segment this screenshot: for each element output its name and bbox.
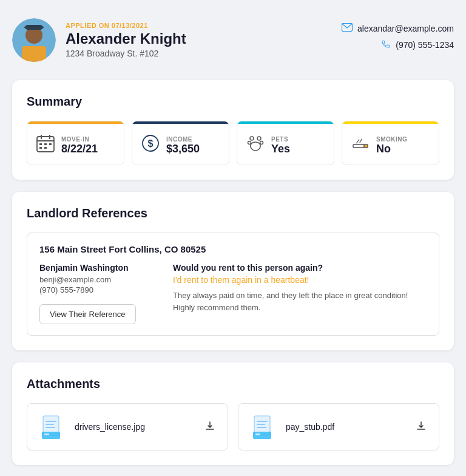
svg-rect-4 bbox=[25, 25, 42, 30]
summary-smoking: SMOKING No bbox=[342, 121, 439, 165]
reference-question: Would you rent to this person again? bbox=[173, 263, 427, 273]
attachment-pay-stub[interactable]: pay_stub.pdf bbox=[238, 403, 439, 450]
svg-text:$: $ bbox=[148, 138, 154, 149]
svg-point-19 bbox=[248, 141, 251, 144]
svg-rect-1 bbox=[22, 46, 46, 62]
landlord-references-title: Landlord References bbox=[27, 206, 439, 220]
file-icon-wrapper-2 bbox=[251, 413, 277, 440]
income-value: $3,650 bbox=[166, 143, 200, 155]
svg-rect-11 bbox=[44, 143, 47, 145]
applied-date: APPLIED ON 07/13/2021 bbox=[66, 22, 186, 29]
phone-value: (970) 555-1234 bbox=[396, 40, 454, 50]
landlord-references-card: Landlord References 156 Main Street Fort… bbox=[12, 192, 454, 350]
reference-comment: They always paid on time, and they left … bbox=[173, 290, 427, 313]
summary-card: Summary bbox=[12, 80, 454, 180]
smoking-icon bbox=[351, 134, 370, 157]
svg-rect-27 bbox=[42, 432, 60, 439]
view-reference-button[interactable]: View Their Reference bbox=[39, 304, 136, 324]
email-icon bbox=[342, 23, 353, 34]
attachments-card: Attachments drivers_li bbox=[12, 362, 454, 465]
attachments-grid: drivers_license.jpg bbox=[27, 403, 439, 450]
svg-rect-25 bbox=[46, 424, 54, 425]
svg-rect-22 bbox=[364, 144, 368, 148]
email-value: alexandar@example.com bbox=[357, 24, 454, 33]
phone-icon bbox=[381, 39, 391, 51]
attachment-drivers-license[interactable]: drivers_license.jpg bbox=[27, 403, 228, 450]
calendar-icon bbox=[36, 134, 55, 157]
pets-value: Yes bbox=[271, 143, 290, 155]
svg-rect-31 bbox=[257, 424, 265, 425]
pets-label: PETS bbox=[271, 136, 290, 143]
contact-phone-item: (970) 555-1234 bbox=[381, 39, 454, 51]
summary-title: Summary bbox=[27, 95, 439, 109]
svg-point-20 bbox=[260, 141, 263, 144]
reference-box: 156 Main Street Fort Collins, CO 80525 B… bbox=[27, 233, 439, 336]
svg-rect-32 bbox=[257, 427, 266, 428]
attachments-title: Attachments bbox=[27, 377, 439, 391]
svg-rect-24 bbox=[46, 421, 56, 422]
summary-grid: MOVE-IN 8/22/21 $ INCOME bbox=[27, 121, 439, 165]
svg-rect-10 bbox=[39, 143, 42, 145]
file-icon-wrapper bbox=[39, 413, 66, 440]
reference-contact: Benjamin Washington benji@example.com (9… bbox=[39, 263, 161, 324]
reference-answer: I'd rent to them again in a heartbeat! bbox=[173, 275, 427, 285]
svg-rect-14 bbox=[44, 147, 47, 149]
summary-move-in: MOVE-IN 8/22/21 bbox=[27, 121, 124, 165]
avatar bbox=[12, 18, 56, 62]
download-icon bbox=[204, 420, 215, 434]
header-info: APPLIED ON 07/13/2021 Alexander Knight 1… bbox=[66, 22, 186, 58]
svg-rect-21 bbox=[353, 144, 364, 148]
attachment-drivers-license-name: drivers_license.jpg bbox=[75, 422, 196, 432]
svg-point-18 bbox=[257, 137, 261, 140]
svg-rect-26 bbox=[46, 427, 55, 428]
move-in-value: 8/22/21 bbox=[61, 143, 98, 155]
svg-rect-33 bbox=[253, 432, 271, 439]
header-left: APPLIED ON 07/13/2021 Alexander Knight 1… bbox=[12, 18, 186, 62]
reference-details: Would you rent to this person again? I'd… bbox=[173, 263, 427, 324]
attachment-pay-stub-name: pay_stub.pdf bbox=[286, 422, 407, 432]
download-icon-2 bbox=[416, 420, 427, 434]
header: APPLIED ON 07/13/2021 Alexander Knight 1… bbox=[12, 12, 454, 68]
reference-contact-email: benji@example.com bbox=[39, 275, 161, 284]
svg-rect-13 bbox=[39, 147, 42, 149]
paw-icon bbox=[246, 134, 265, 157]
svg-point-17 bbox=[250, 137, 254, 140]
reference-contact-phone: (970) 555-7890 bbox=[39, 285, 161, 294]
reference-contact-name: Benjamin Washington bbox=[39, 263, 161, 273]
smoking-label: SMOKING bbox=[376, 136, 407, 143]
reference-address: 156 Main Street Fort Collins, CO 80525 bbox=[39, 244, 427, 254]
smoking-value: No bbox=[376, 143, 407, 155]
svg-rect-12 bbox=[49, 143, 52, 145]
applicant-address: 1234 Broadway St. #102 bbox=[66, 49, 186, 58]
dollar-icon: $ bbox=[141, 134, 160, 157]
summary-income: $ INCOME $3,650 bbox=[132, 121, 229, 165]
move-in-label: MOVE-IN bbox=[61, 136, 98, 143]
applicant-name: Alexander Knight bbox=[66, 30, 186, 47]
svg-rect-34 bbox=[255, 433, 260, 435]
contact-email-item: alexandar@example.com bbox=[342, 23, 454, 34]
income-label: INCOME bbox=[166, 136, 200, 143]
reference-body: Benjamin Washington benji@example.com (9… bbox=[39, 263, 427, 324]
header-right: alexandar@example.com (970) 555-1234 bbox=[342, 18, 454, 51]
svg-rect-28 bbox=[44, 433, 49, 435]
svg-rect-30 bbox=[257, 421, 268, 422]
page-wrapper: APPLIED ON 07/13/2021 Alexander Knight 1… bbox=[12, 12, 454, 465]
summary-pets: PETS Yes bbox=[237, 121, 334, 165]
